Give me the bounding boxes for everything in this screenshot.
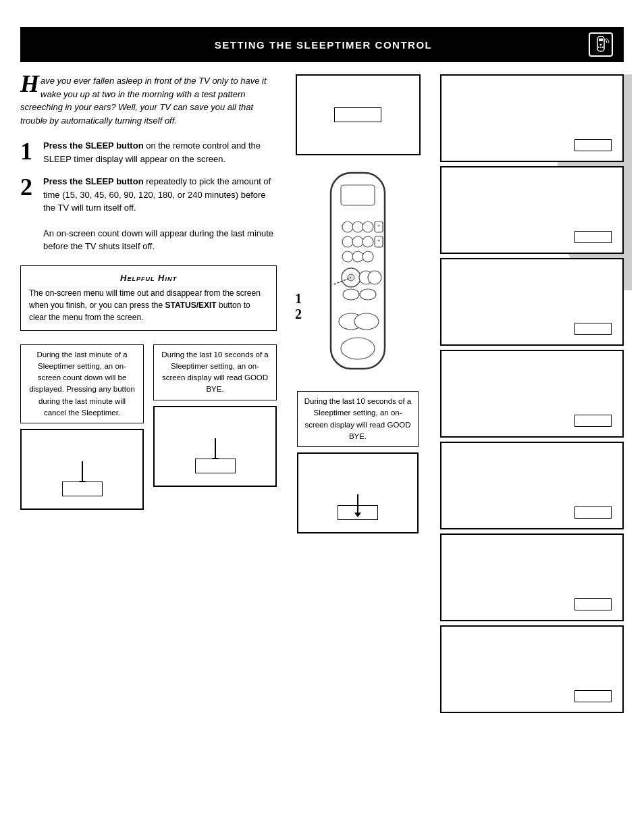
bottom-tv-inner [338,505,378,520]
right-screen-2 [440,166,624,254]
remote-label-2: 2 [295,307,302,322]
svg-point-20 [342,251,353,262]
middle-column: 1 2 + - [284,74,432,717]
svg-point-27 [343,289,359,300]
status-exit-label: STATUS/EXIT [165,301,216,310]
right-screen-1-inner [574,139,612,151]
svg-point-4 [598,47,599,48]
right-screen-4 [440,350,624,438]
tv-screen-top [296,74,421,155]
svg-point-3 [600,47,601,48]
step-1: 1 Press the SLEEP button on the remote c… [20,139,277,165]
right-screen-3-inner [574,323,612,335]
right-column [440,74,624,717]
right-screen-6 [440,533,624,621]
callout-left-text: During the last minute of a Sleeptimer s… [20,344,144,424]
remote-label-1: 1 [295,291,302,307]
right-screen-4-inner [574,415,612,427]
step-2-number: 2 [20,175,36,199]
step-2-text: Press the SLEEP button repeatedly to pic… [43,175,277,215]
remote-icon [589,32,613,57]
svg-text:-: - [378,243,380,249]
left-screen-box [20,429,144,510]
hint-title: Helpful Hint [29,273,268,283]
svg-point-31 [354,313,379,330]
main-layout: H ave you ever fallen asleep in front of… [20,74,624,717]
onscreen-note: An on-screen count down will appear duri… [43,227,277,253]
right-screen-box [153,406,277,487]
step-1-bold: Press the SLEEP button [43,140,144,151]
step-2-bold: Press the SLEEP button [43,176,144,186]
right-screen-5-inner [574,506,612,519]
intro-body: ave you ever fallen asleep in front of t… [20,76,267,126]
steps: 1 Press the SLEEP button on the remote c… [20,139,277,215]
right-screen-inner [195,459,236,473]
svg-rect-1 [599,38,603,41]
svg-point-5 [602,47,603,48]
page: Setting the Sleeptimer Control H ave [0,0,644,834]
svg-point-14 [342,236,353,247]
callout-left: During the last minute of a Sleeptimer s… [20,344,144,511]
svg-rect-7 [341,185,375,205]
callout-left-screen [20,429,144,510]
intro-text: H ave you ever fallen asleep in front of… [20,74,277,127]
remote-drawing: 1 2 + - [314,166,402,384]
step-1-text: Press the SLEEP button on the remote con… [43,139,277,165]
drop-cap: H [20,74,39,94]
hint-text: The on-screen menu will time out and dis… [29,287,268,323]
svg-point-9 [352,221,363,232]
left-screen-inner [62,481,103,496]
svg-text:-: - [378,228,380,234]
right-screen-3 [440,258,624,346]
remote-svg: + - + - [314,166,402,382]
svg-point-26 [368,271,381,284]
right-screen-7-inner [574,690,612,702]
left-column: H ave you ever fallen asleep in front of… [20,74,284,717]
svg-point-22 [363,251,373,262]
arrow-down-left [82,461,83,481]
arrow-down-right [215,438,216,459]
bottom-screen-callout-text: During the last 10 seconds of a Sleeptim… [297,391,419,447]
callout-right: During the last 10 seconds of a Sleeptim… [153,344,277,511]
hint-title-text: Helpful Hint [120,273,177,283]
right-screen-1 [440,74,624,162]
svg-point-16 [363,236,373,247]
page-title: Setting the Sleeptimer Control [58,39,589,51]
svg-point-15 [352,236,363,247]
svg-point-10 [363,221,373,232]
remote-step-labels: 1 2 [295,291,302,322]
callout-right-screen [153,406,277,487]
svg-point-8 [342,221,353,232]
bottom-callouts: During the last minute of a Sleeptimer s… [20,344,277,511]
right-screen-7 [440,625,624,713]
tv-screen-top-inner [334,107,381,122]
right-screen-2-inner [574,231,612,243]
header-bar: Setting the Sleeptimer Control [20,27,624,62]
svg-point-28 [360,289,376,300]
svg-point-32 [341,338,375,359]
svg-point-21 [352,251,363,262]
bottom-tv-screen [297,452,419,533]
step-2: 2 Press the SLEEP button repeatedly to p… [20,175,277,215]
step-1-number: 1 [20,139,36,163]
callout-right-text: During the last 10 seconds of a Sleeptim… [153,344,277,400]
right-screen-6-inner [574,598,612,610]
right-screen-5 [440,442,624,529]
hint-box: Helpful Hint The on-screen menu will tim… [20,265,277,331]
svg-point-2 [600,44,602,46]
